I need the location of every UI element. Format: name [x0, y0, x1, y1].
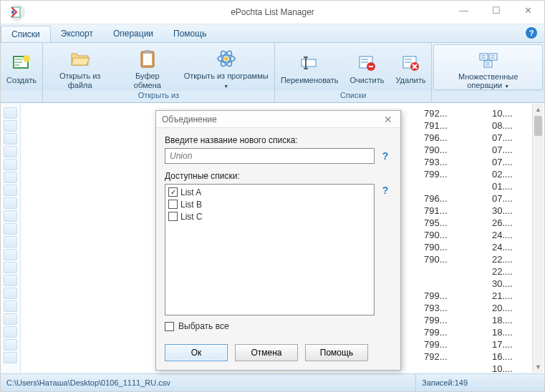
- table-row: 799...17....: [424, 338, 531, 351]
- svg-rect-18: [484, 61, 492, 67]
- clipboard-icon: [136, 47, 159, 70]
- cell-a: 799...: [424, 290, 463, 302]
- cell-a: 790...: [424, 144, 463, 156]
- table-row: 791...30....: [424, 205, 531, 217]
- clear-button[interactable]: Очистить: [344, 49, 390, 84]
- open-from-clipboard-button[interactable]: Буфер обмена: [117, 44, 178, 89]
- atom-icon: [215, 47, 238, 70]
- cell-a: [424, 265, 463, 278]
- help-hint-icon[interactable]: ?: [379, 184, 392, 197]
- window-title: ePochta List Manager: [231, 7, 314, 17]
- group-create: Создать: [1, 43, 43, 102]
- list-item-checkbox[interactable]: [168, 200, 178, 209]
- status-path: C:\Users\Наташа\Desktop\0106_1111_RU.csv: [1, 378, 415, 387]
- table-row: 795...26....: [424, 217, 531, 229]
- create-button[interactable]: Создать: [1, 49, 42, 84]
- cell-b: 16....: [492, 351, 531, 363]
- cell-b: 22....: [492, 265, 531, 278]
- cell-b: 22....: [492, 253, 531, 265]
- table-row: 30....: [424, 278, 531, 290]
- cell-b: 17....: [492, 338, 531, 351]
- scroll-down-icon[interactable]: ▼: [533, 361, 544, 373]
- rename-button[interactable]: Переименовать: [275, 49, 344, 84]
- union-dialog: Объединение ✕ Введите название нового сп…: [155, 110, 401, 371]
- cancel-button[interactable]: Отмена: [235, 344, 298, 361]
- list-item[interactable]: List A: [168, 186, 371, 198]
- table-row: 793...20....: [424, 302, 531, 314]
- minimize-button[interactable]: —: [448, 1, 480, 19]
- dialog-title: Объединение: [162, 114, 217, 124]
- list-item-label: List C: [180, 212, 203, 222]
- tab-operations[interactable]: Операции: [103, 24, 163, 42]
- available-label: Доступные списки:: [165, 171, 392, 181]
- available-lists-box[interactable]: List AList BList C: [165, 184, 375, 315]
- cell-a: 799...: [424, 168, 463, 180]
- table-row: 792...10....: [424, 107, 531, 119]
- cell-b: 01....: [492, 180, 531, 192]
- table-row: 791...08....: [424, 119, 531, 132]
- svg-rect-11: [302, 59, 316, 67]
- cell-a: [424, 180, 463, 192]
- cell-b: 07....: [492, 132, 531, 144]
- cell-a: 790...: [424, 253, 463, 265]
- cell-b: 10....: [492, 107, 531, 119]
- list-item-label: List B: [180, 200, 202, 210]
- cell-b: 20....: [492, 302, 531, 314]
- scroll-up-icon[interactable]: ▲: [533, 104, 544, 115]
- cell-b: 30....: [492, 278, 531, 290]
- open-from-file-button[interactable]: Открыть из файла: [43, 44, 117, 89]
- dialog-close-icon[interactable]: ✕: [382, 113, 395, 126]
- tab-lists[interactable]: Списки: [1, 26, 51, 42]
- folder-icon: [69, 47, 92, 70]
- clear-icon: [355, 52, 378, 74]
- delete-button[interactable]: Удалить: [390, 49, 431, 84]
- open-from-program-button[interactable]: Открыть из программы ▼: [178, 44, 274, 89]
- vertical-scrollbar[interactable]: ▲ ▼: [532, 104, 544, 373]
- list-item[interactable]: List B: [168, 198, 371, 210]
- cell-a: 796...: [424, 192, 463, 205]
- list-item-checkbox[interactable]: [168, 187, 178, 197]
- data-preview: 792...10....791...08....796...07....790.…: [424, 107, 531, 375]
- list-item[interactable]: List C: [168, 210, 371, 222]
- table-row: 796...07....: [424, 192, 531, 205]
- cell-a: [424, 278, 463, 290]
- table-row: 01....: [424, 180, 531, 192]
- cell-a: 790...: [424, 241, 463, 253]
- select-all-checkbox[interactable]: [165, 322, 174, 331]
- ok-button[interactable]: Ок: [165, 344, 228, 361]
- status-bar: C:\Users\Наташа\Desktop\0106_1111_RU.csv…: [1, 373, 544, 391]
- cell-a: 791...: [424, 205, 463, 217]
- cell-a: 793...: [424, 302, 463, 314]
- dialog-titlebar: Объединение ✕: [156, 111, 400, 128]
- cell-b: 02....: [492, 168, 531, 180]
- svg-rect-16: [480, 54, 488, 60]
- scroll-thumb[interactable]: [534, 116, 542, 136]
- list-item-checkbox[interactable]: [168, 212, 178, 221]
- cell-b: 24....: [492, 241, 531, 253]
- cell-a: 799...: [424, 338, 463, 351]
- list-name-input[interactable]: [165, 148, 375, 164]
- help-button[interactable]: Помощь: [305, 344, 368, 361]
- menu-tabs: Списки Экспорт Операции Помощь ?: [1, 24, 544, 43]
- cell-b: 07....: [492, 156, 531, 168]
- list-item-label: List A: [180, 187, 201, 197]
- close-button[interactable]: ✕: [512, 1, 544, 19]
- ribbon: Создать Открыть из файла Буфер обмена: [1, 43, 544, 103]
- multi-ops-button[interactable]: Множественные операции ▼: [433, 44, 543, 90]
- table-row: 796...07....: [424, 132, 531, 144]
- tab-export[interactable]: Экспорт: [51, 24, 103, 42]
- tab-help[interactable]: Помощь: [163, 24, 216, 42]
- select-all-label: Выбрать все: [178, 321, 229, 331]
- help-hint-icon[interactable]: ?: [379, 150, 392, 162]
- svg-rect-5: [143, 54, 152, 65]
- delete-icon: [399, 52, 422, 74]
- cell-a: 799...: [424, 314, 463, 326]
- table-row: 790...24....: [424, 241, 531, 253]
- help-icon[interactable]: ?: [526, 27, 537, 39]
- svg-rect-6: [145, 50, 150, 54]
- cell-a: [424, 363, 463, 375]
- status-record-count: Записей:149: [415, 374, 544, 391]
- titlebar: ePochta List Manager — ☐ ✕: [1, 1, 544, 24]
- table-row: 799...18....: [424, 314, 531, 326]
- maximize-button[interactable]: ☐: [480, 1, 512, 19]
